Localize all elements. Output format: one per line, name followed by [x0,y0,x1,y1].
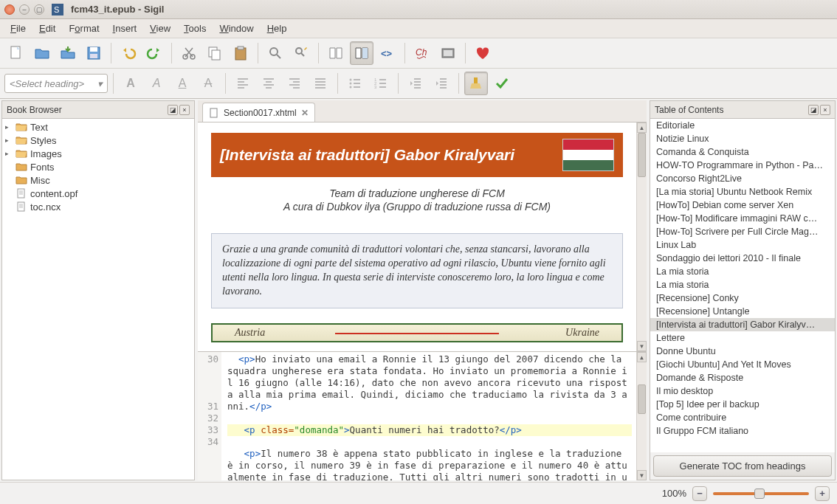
scroll-down-icon[interactable]: ▼ [637,470,647,480]
menu-window[interactable]: Window [213,20,259,37]
toc-item[interactable]: Notizie Linux [650,132,835,145]
panel-undock-button[interactable]: ◪ [808,105,819,115]
tree-item[interactable]: toc.ncx [2,200,194,213]
code-lines[interactable]: <p>Ho inviato una email a Ronnie il 13 g… [221,352,636,480]
window-maximize-button[interactable]: ▢ [34,4,44,15]
menu-insert[interactable]: Insert [107,20,143,37]
panel-undock-button[interactable]: ◪ [168,105,178,115]
toc-item[interactable]: Come contribuire [650,411,835,424]
toc-item[interactable]: [Recensione] Conky [650,291,835,305]
menu-help[interactable]: Help [261,20,293,37]
find-button[interactable] [264,41,287,65]
save-button[interactable] [82,41,106,65]
menu-view[interactable]: View [144,20,176,37]
align-center-button[interactable] [257,72,280,95]
strike-button[interactable]: A [196,72,220,95]
menu-file[interactable]: File [4,20,32,37]
undo-button[interactable] [117,41,140,65]
toc-item[interactable]: Sondaggio dei lettori 2010 - Il finale [650,252,835,265]
scroll-up-icon[interactable]: ▲ [637,122,647,133]
toc-item[interactable]: Linux Lab [650,238,835,252]
align-right-button[interactable] [283,72,306,95]
metadata-button[interactable] [436,41,460,65]
toc-item[interactable]: Editoriale [650,119,835,132]
new-button[interactable] [4,41,28,65]
toc-item[interactable]: Comanda & Conquista [650,145,835,159]
zoom-out-button[interactable]: − [692,486,707,501]
align-left-button[interactable] [231,72,255,95]
window-close-button[interactable] [4,4,15,15]
italic-button[interactable]: A [145,72,168,95]
cut-button[interactable] [177,41,201,65]
heading-combo[interactable]: <Select heading> ▾ [4,74,108,93]
replace-button[interactable] [289,41,313,65]
list-ul-button[interactable] [343,72,367,95]
menu-tools[interactable]: Tools [178,20,212,37]
toc-item[interactable]: Concorso Right2Live [650,172,835,185]
import-button[interactable] [56,41,80,65]
validate-button[interactable] [490,72,514,95]
toc-item[interactable]: La mia storia [650,265,835,278]
tab-section0017[interactable]: Section0017.xhtml ✕ [202,103,315,122]
toc-item[interactable]: [La mia storia] Ubuntu Netbook Remix [650,185,835,199]
tree-item[interactable]: content.opf [2,187,194,200]
list-ol-button[interactable]: 123 [369,72,393,95]
toc-item[interactable]: La mia storia [650,278,835,291]
tree-item[interactable]: ▸Text [2,120,194,134]
preview-pane: [Intervista ai traduttori] Gabor Kiralyv… [198,122,647,351]
window-minimize-button[interactable]: – [19,4,30,15]
indent-button[interactable] [430,72,453,95]
code-view-button[interactable]: <> [376,41,399,65]
preview-scrollbar[interactable]: ▲ ▼ [636,122,647,351]
toc-item[interactable]: [Intervista ai traduttori] Gabor Kiralyv… [650,318,835,331]
align-justify-button[interactable] [309,72,332,95]
copy-button[interactable] [203,41,227,65]
tab-close-icon[interactable]: ✕ [301,108,309,118]
toc-item[interactable]: [Giochi Ubuntu] And Yet It Moves [650,358,835,371]
toc-item[interactable]: HOW-TO Programmare in Python - Pa… [650,159,835,172]
clean-button[interactable] [464,72,488,95]
menu-format[interactable]: Format [63,20,105,37]
generate-toc-button[interactable]: Generate TOC from headings [653,455,832,477]
scroll-up-icon[interactable]: ▲ [637,352,647,362]
book-view-button[interactable] [324,41,348,65]
panel-close-button[interactable]: × [179,105,190,115]
book-browser-tree[interactable]: ▸Text▸Styles▸ImagesFontsMisccontent.opft… [2,119,194,480]
toc-item[interactable]: Il mio desktop [650,384,835,398]
code-pane[interactable]: 3031323334 <p>Ho inviato una email a Ron… [198,351,647,480]
scroll-down-icon[interactable]: ▼ [637,341,647,351]
toc-item[interactable]: [Top 5] Idee per il backup [650,398,835,411]
toc-item[interactable]: [Recensione] Untangle [650,305,835,318]
bold-button[interactable]: A [119,72,142,95]
outdent-button[interactable] [404,72,427,95]
svg-text:3: 3 [374,85,377,89]
panel-close-button[interactable]: × [820,105,830,115]
donate-button[interactable] [471,41,495,65]
file-icon [209,108,219,118]
svg-rect-26 [18,202,24,211]
zoom-slider[interactable] [713,492,809,495]
zoom-in-button[interactable]: + [815,486,830,501]
toc-title: Table of Contents [655,105,723,115]
preview-content[interactable]: [Intervista ai traduttori] Gabor Kiralyv… [198,122,636,351]
split-view-button[interactable] [350,41,373,65]
toc-item[interactable]: Lettere [650,331,835,345]
toc-item[interactable]: Il Gruppo FCM italiano [650,424,835,438]
open-button[interactable] [30,41,54,65]
toc-item[interactable]: Domande & Risposte [650,371,835,384]
toc-list[interactable]: EditorialeNotizie LinuxComanda & Conquis… [650,119,835,452]
menu-edit[interactable]: Edit [33,20,61,37]
tree-item[interactable]: ▸Styles [2,134,194,147]
spellcheck-button[interactable]: Ch [410,41,434,65]
paste-button[interactable] [229,41,252,65]
underline-button[interactable]: A [170,72,194,95]
toc-item[interactable]: [HowTo] Debian come server Xen [650,199,835,212]
tree-item[interactable]: Fonts [2,160,194,173]
toc-item[interactable]: Donne Ubuntu [650,345,835,358]
code-scrollbar[interactable]: ▲ ▼ [636,352,647,480]
tree-item[interactable]: ▸Images [2,147,194,160]
tree-item[interactable]: Misc [2,173,194,187]
redo-button[interactable] [142,41,166,65]
toc-item[interactable]: [How-To] Scrivere per Full Circle Mag… [650,225,835,238]
toc-item[interactable]: [How-To] Modificare immagini RAW c… [650,212,835,225]
